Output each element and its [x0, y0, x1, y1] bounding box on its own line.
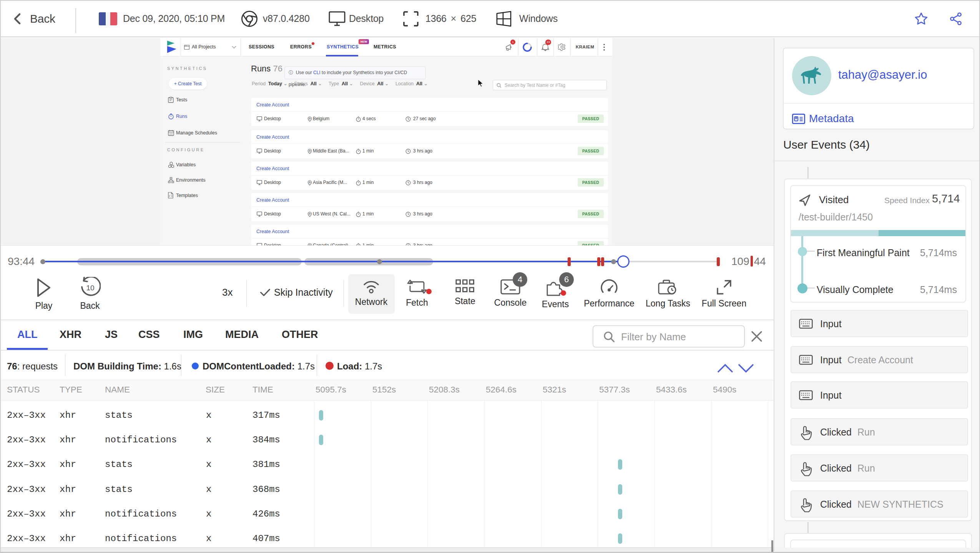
svg-text:10: 10 — [86, 284, 94, 292]
